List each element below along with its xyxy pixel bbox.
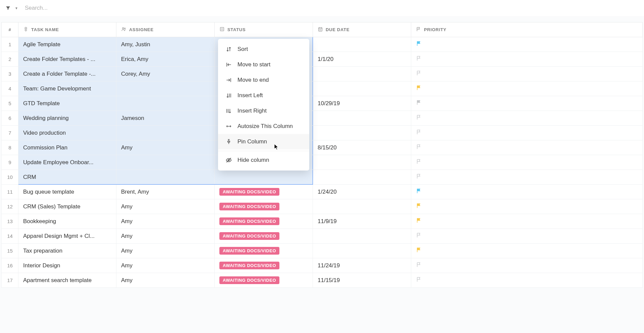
due-date-cell[interactable] (313, 111, 411, 126)
due-date-cell[interactable]: 11/24/19 (313, 258, 411, 273)
assignee-cell[interactable]: Amy (116, 199, 215, 214)
assignee-cell[interactable]: Brent, Amy (116, 185, 215, 199)
table-row[interactable]: 11Bug queue templateBrent, AmyAWAITING D… (2, 185, 643, 199)
table-row[interactable]: 12CRM (Sales) TemplateAmyAWAITING DOCS/V… (2, 199, 643, 214)
status-cell[interactable]: AWAITING DOCS/VIDEO (215, 185, 313, 199)
column-header-status[interactable]: STATUS (215, 22, 313, 37)
due-date-cell[interactable]: 8/15/20 (313, 140, 411, 155)
priority-cell[interactable] (411, 140, 643, 155)
menu-item-move_start[interactable]: Move to start (218, 57, 309, 72)
menu-item-insert_left[interactable]: Insert Left (218, 88, 309, 103)
task-name-cell[interactable]: CRM (18, 170, 116, 185)
table-row[interactable]: 9Update Employee Onboar... (2, 155, 643, 170)
due-date-cell[interactable] (313, 244, 411, 258)
column-header-task-name[interactable]: TASK NAME (18, 22, 116, 37)
task-name-cell[interactable]: Commission Plan (18, 140, 116, 155)
table-row[interactable]: 3Create a Folder Template -...Corey, Amy (2, 67, 643, 81)
due-date-cell[interactable] (313, 67, 411, 81)
due-date-cell[interactable] (313, 170, 411, 185)
task-name-cell[interactable]: Agile Template (18, 37, 116, 52)
priority-cell[interactable] (411, 199, 643, 214)
menu-item-move_end[interactable]: Move to end (218, 72, 309, 88)
task-name-cell[interactable]: Tax preparation (18, 244, 116, 258)
priority-cell[interactable] (411, 52, 643, 67)
table-row[interactable]: 2Create Folder Templates - ...Erica, Amy… (2, 52, 643, 67)
priority-cell[interactable] (411, 96, 643, 111)
task-name-cell[interactable]: Bug queue template (18, 185, 116, 199)
task-name-cell[interactable]: Video production (18, 126, 116, 140)
table-row[interactable]: 7Video production (2, 126, 643, 140)
assignee-cell[interactable]: Amy, Justin (116, 37, 215, 52)
table-row[interactable]: 10CRM (2, 170, 643, 185)
task-name-cell[interactable]: GTD Template (18, 96, 116, 111)
due-date-cell[interactable]: 1/1/20 (313, 52, 411, 67)
priority-cell[interactable] (411, 126, 643, 140)
search-input[interactable] (22, 3, 639, 13)
filter-dropdown-caret-icon[interactable]: ▼ (15, 6, 18, 10)
priority-cell[interactable] (411, 111, 643, 126)
table-row[interactable]: 5GTD Template10/29/19 (2, 96, 643, 111)
status-cell[interactable] (215, 170, 313, 185)
table-row[interactable]: 1Agile TemplateAmy, Justin (2, 37, 643, 52)
due-date-cell[interactable]: 1/24/20 (313, 185, 411, 199)
task-name-cell[interactable]: Create Folder Templates - ... (18, 52, 116, 67)
task-name-cell[interactable]: CRM (Sales) Template (18, 199, 116, 214)
column-header-due-date[interactable]: 31 DUE DATE (313, 22, 411, 37)
menu-item-pin[interactable]: Pin Column (218, 134, 309, 149)
assignee-cell[interactable] (116, 155, 215, 170)
column-header-number[interactable]: # (2, 22, 18, 37)
assignee-cell[interactable] (116, 126, 215, 140)
table-row[interactable]: 8Commission PlanAmy8/15/20 (2, 140, 643, 155)
assignee-cell[interactable]: Amy (116, 214, 215, 229)
task-name-cell[interactable]: Interior Design (18, 258, 116, 273)
filter-icon[interactable] (5, 5, 11, 11)
assignee-cell[interactable]: Erica, Amy (116, 52, 215, 67)
menu-item-insert_right[interactable]: Insert Right (218, 103, 309, 119)
status-cell[interactable]: AWAITING DOCS/VIDEO (215, 214, 313, 229)
due-date-cell[interactable]: 11/15/19 (313, 273, 411, 288)
task-name-cell[interactable]: Apparel Design Mgmt + Cl... (18, 229, 116, 244)
assignee-cell[interactable] (116, 170, 215, 185)
table-row[interactable]: 16Interior DesignAmyAWAITING DOCS/VIDEO1… (2, 258, 643, 273)
table-row[interactable]: 6Wedding planningJameson (2, 111, 643, 126)
due-date-cell[interactable]: 11/9/19 (313, 214, 411, 229)
assignee-cell[interactable]: Amy (116, 273, 215, 288)
priority-cell[interactable] (411, 229, 643, 244)
priority-cell[interactable] (411, 155, 643, 170)
task-name-cell[interactable]: Apartment search template (18, 273, 116, 288)
due-date-cell[interactable] (313, 155, 411, 170)
due-date-cell[interactable] (313, 81, 411, 96)
table-row[interactable]: 17Apartment search templateAmyAWAITING D… (2, 273, 643, 288)
due-date-cell[interactable] (313, 37, 411, 52)
column-header-priority[interactable]: PRIORITY (411, 22, 643, 37)
menu-item-sort[interactable]: Sort (218, 42, 309, 57)
table-row[interactable]: 4Team: Game Development (2, 81, 643, 96)
assignee-cell[interactable]: Corey, Amy (116, 67, 215, 81)
due-date-cell[interactable] (313, 126, 411, 140)
priority-cell[interactable] (411, 273, 643, 288)
status-cell[interactable]: AWAITING DOCS/VIDEO (215, 244, 313, 258)
assignee-cell[interactable]: Amy (116, 258, 215, 273)
table-row[interactable]: 14Apparel Design Mgmt + Cl...AmyAWAITING… (2, 229, 643, 244)
assignee-cell[interactable] (116, 96, 215, 111)
assignee-cell[interactable]: Amy (116, 140, 215, 155)
table-row[interactable]: 15Tax preparationAmyAWAITING DOCS/VIDEO (2, 244, 643, 258)
status-cell[interactable]: AWAITING DOCS/VIDEO (215, 273, 313, 288)
priority-cell[interactable] (411, 258, 643, 273)
task-name-cell[interactable]: Bookkeeping (18, 214, 116, 229)
menu-item-autosize[interactable]: Autosize This Column (218, 119, 309, 134)
assignee-cell[interactable] (116, 81, 215, 96)
priority-cell[interactable] (411, 185, 643, 199)
priority-cell[interactable] (411, 81, 643, 96)
priority-cell[interactable] (411, 244, 643, 258)
table-row[interactable]: 13BookkeepingAmyAWAITING DOCS/VIDEO11/9/… (2, 214, 643, 229)
due-date-cell[interactable] (313, 199, 411, 214)
status-cell[interactable]: AWAITING DOCS/VIDEO (215, 258, 313, 273)
priority-cell[interactable] (411, 214, 643, 229)
assignee-cell[interactable]: Amy (116, 244, 215, 258)
due-date-cell[interactable]: 10/29/19 (313, 96, 411, 111)
task-name-cell[interactable]: Wedding planning (18, 111, 116, 126)
menu-item-hide[interactable]: Hide column (218, 152, 309, 168)
assignee-cell[interactable]: Jameson (116, 111, 215, 126)
status-cell[interactable]: AWAITING DOCS/VIDEO (215, 229, 313, 244)
